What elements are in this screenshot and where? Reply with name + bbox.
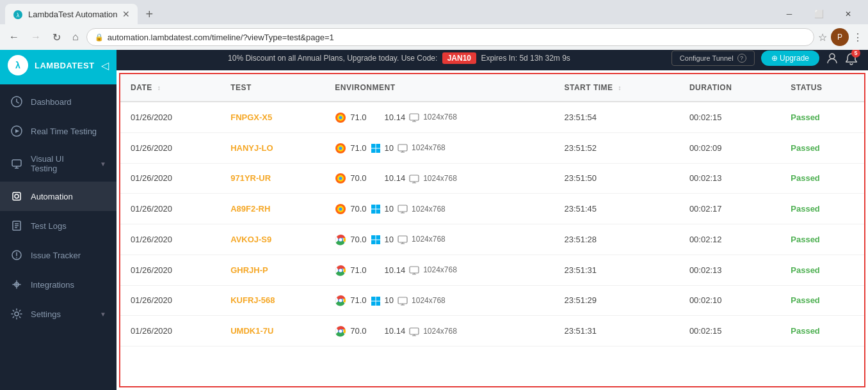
issue-tracker-label: Issue Tracker — [31, 251, 81, 260]
svg-rect-39 — [371, 235, 376, 240]
reload-button[interactable]: ↻ — [49, 29, 65, 46]
os-version: 10.14 — [385, 113, 406, 122]
svg-rect-27 — [410, 175, 419, 182]
svg-point-30 — [339, 208, 342, 211]
cell-test[interactable]: AVKOJ-S9 — [220, 224, 325, 255]
cell-duration: 00:02:12 — [679, 224, 780, 255]
monitor-icon — [398, 142, 408, 153]
bookmark-button[interactable]: ☆ — [818, 31, 827, 43]
table-row[interactable]: 01/26/2020 971YR-UR 70.0 10.14 1024x768 … — [120, 163, 864, 194]
table-row[interactable]: 01/26/2020 FNPGX-X5 71.0 10.14 1024x768 … — [120, 102, 864, 132]
notifications-button[interactable]: 5 — [845, 51, 858, 65]
table-row[interactable]: 01/26/2020 GHRJH-P 71.0 10.14 1024x768 2… — [120, 254, 864, 285]
configure-tunnel-button[interactable]: Configure Tunnel ? — [671, 51, 755, 66]
sidebar-item-test-logs[interactable]: Test Logs — [0, 211, 117, 240]
browser-chrome: λ LambdaTest Automation ✕ + ─ ⬜ ✕ ← → ↻ … — [0, 0, 868, 50]
cell-status: Passed — [780, 254, 864, 285]
svg-rect-34 — [376, 210, 380, 214]
cell-test[interactable]: 971YR-UR — [220, 163, 325, 194]
col-date: DATE ↕ — [120, 74, 220, 102]
window-controls: ─ ⬜ ✕ — [775, 4, 863, 24]
cell-date: 01/26/2020 — [120, 285, 220, 316]
forward-button[interactable]: → — [27, 29, 45, 45]
monitor-icon — [398, 233, 408, 245]
cell-test[interactable]: UMDK1-7U — [220, 316, 325, 347]
cell-test[interactable]: GHRJH-P — [220, 254, 325, 285]
expires-text: Expires In: 5d 13h 32m 9s — [481, 54, 570, 63]
sidebar-item-real-time-testing[interactable]: Real Time Testing — [0, 116, 117, 146]
cell-start-time: 23:51:50 — [554, 163, 679, 194]
tab-title: LambdaTest Automation — [28, 10, 117, 19]
address-bar[interactable]: 🔒 automation.lambdatest.com/timeline/?vi… — [86, 28, 814, 46]
cell-status: Passed — [780, 163, 864, 194]
monitor-icon — [409, 264, 419, 276]
cell-duration: 00:02:13 — [679, 163, 780, 194]
upgrade-button[interactable]: ⊕ Upgrade — [761, 51, 819, 66]
svg-point-11 — [830, 54, 835, 59]
sidebar-item-visual-ui-testing[interactable]: Visual UI Testing ▼ — [0, 146, 117, 182]
user-profile-button[interactable] — [826, 52, 839, 65]
cell-status: Passed — [780, 102, 864, 132]
browser-version: 70.0 — [350, 326, 366, 336]
cell-duration: 00:02:15 — [679, 316, 780, 347]
active-tab[interactable]: λ LambdaTest Automation ✕ — [5, 4, 138, 24]
os-icon — [371, 264, 381, 276]
sidebar-item-dashboard[interactable]: Dashboard — [0, 87, 117, 116]
col-start-time: START TIME ↕ — [554, 74, 679, 102]
os-icon — [371, 173, 381, 184]
svg-rect-55 — [398, 297, 407, 304]
minimize-button[interactable]: ─ — [775, 4, 804, 24]
date-sort-icon[interactable]: ↕ — [157, 84, 161, 91]
table-row[interactable]: 01/26/2020 A89F2-RH 70.0 10 1024x768 23:… — [120, 194, 864, 224]
table-row[interactable]: 01/26/2020 HANYJ-LO 71.0 10 1024x768 23:… — [120, 132, 864, 163]
svg-rect-53 — [371, 301, 376, 306]
close-button[interactable]: ✕ — [833, 4, 863, 24]
cell-status: Passed — [780, 224, 864, 255]
tab-close-icon[interactable]: ✕ — [122, 9, 130, 19]
os-icon — [371, 295, 381, 306]
sidebar-item-issue-tracker[interactable]: Issue Tracker — [0, 240, 117, 270]
sidebar-item-settings[interactable]: Settings ▼ — [0, 299, 117, 329]
os-icon — [371, 142, 381, 153]
sidebar-header[interactable]: λ LAMBDATEST ◁ — [0, 46, 117, 84]
sidebar-item-integrations[interactable]: Integrations — [0, 270, 117, 299]
maximize-button[interactable]: ⬜ — [804, 4, 833, 24]
table-row[interactable]: 01/26/2020 KUFRJ-568 71.0 10 1024x768 23… — [120, 285, 864, 316]
cell-status: Passed — [780, 285, 864, 316]
table-row[interactable]: 01/26/2020 AVKOJ-S9 70.0 10 1024x768 23:… — [120, 224, 864, 255]
back-button[interactable]: ← — [5, 29, 23, 45]
monitor-icon — [398, 295, 408, 306]
cell-test[interactable]: KUFRJ-568 — [220, 285, 325, 316]
automation-icon — [10, 190, 23, 203]
start-time-sort-icon[interactable]: ↕ — [618, 84, 622, 91]
home-button[interactable]: ⌂ — [68, 29, 83, 45]
os-version: 10 — [385, 235, 394, 244]
sidebar-collapse-button[interactable]: ◁ — [101, 59, 109, 72]
menu-button[interactable]: ⋮ — [853, 31, 863, 43]
browser-icon — [335, 142, 346, 154]
integrations-label: Integrations — [31, 280, 74, 290]
os-version: 10 — [385, 295, 394, 305]
svg-rect-31 — [371, 205, 376, 209]
visual-ui-testing-chevron: ▼ — [100, 160, 106, 168]
svg-rect-20 — [376, 144, 380, 148]
new-tab-button[interactable]: + — [140, 6, 158, 23]
real-time-testing-icon — [10, 125, 23, 137]
real-time-testing-label: Real Time Testing — [31, 127, 97, 136]
table-row[interactable]: 01/26/2020 UMDK1-7U 70.0 10.14 1024x768 … — [120, 316, 864, 347]
svg-rect-5 — [13, 192, 20, 200]
banner-actions: Configure Tunnel ? ⊕ Upgrade 5 — [671, 51, 858, 66]
sidebar-item-automation[interactable]: Automation — [0, 182, 117, 211]
browser-version: 70.0 — [350, 204, 366, 214]
visual-ui-testing-label: Visual UI Testing — [31, 154, 92, 173]
svg-text:λ: λ — [17, 12, 20, 19]
cell-test[interactable]: HANYJ-LO — [220, 132, 325, 163]
cell-test[interactable]: A89F2-RH — [220, 194, 325, 224]
profile-button[interactable]: P — [831, 28, 849, 46]
svg-point-26 — [339, 177, 342, 180]
cell-date: 01/26/2020 — [120, 224, 220, 255]
cell-duration: 00:02:13 — [679, 254, 780, 285]
issue-tracker-icon — [10, 249, 23, 261]
cell-test[interactable]: FNPGX-X5 — [220, 102, 325, 132]
svg-rect-47 — [410, 267, 419, 273]
